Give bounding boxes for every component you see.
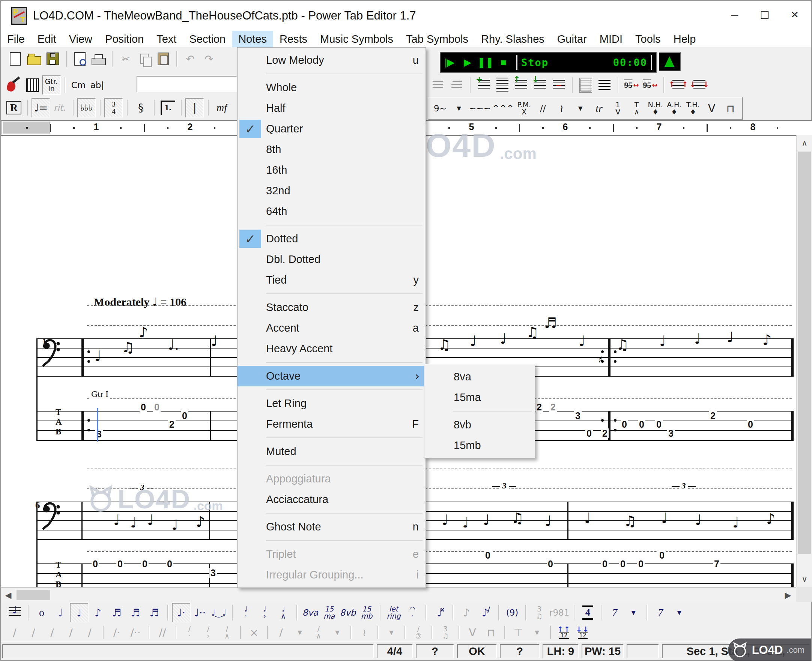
volume-swell-button[interactable]: ⊤ [509,623,527,642]
staff-view-button[interactable] [595,75,614,95]
appoggiatura-button[interactable]: ♪ [457,603,476,623]
sixtyfourth-note-button[interactable]: ♬ [145,603,164,623]
menu-item-8th[interactable]: 8th [238,139,425,160]
dynamic-button[interactable]: mf [213,98,231,117]
quarter-note-button[interactable]: ♩ [70,603,89,623]
shrink-position-width-button[interactable]: 95↔ [622,75,641,95]
slash-accent-button[interactable]: ∕› [199,623,217,642]
accent-button[interactable]: ♩› [255,603,274,623]
time-signature-button[interactable]: 34 [104,98,123,117]
tie-note-button[interactable]: ♩‿♩ [209,603,228,623]
musical-direction-button[interactable]: § [131,98,150,117]
menu-item-octave[interactable]: Octave› [238,366,425,386]
move-staff-up-button[interactable]: ↑ [512,75,531,95]
slash-heavy-accent-button[interactable]: ∕∧ [217,623,237,642]
triplet-feel-eighth-button[interactable]: 3♫ [436,623,455,642]
undo-button[interactable]: ↶ [181,49,200,69]
slash-staccato-button[interactable]: ∕· [180,623,199,642]
menu-item-irregular-grouping[interactable]: Irregular Grouping...i [238,565,425,585]
shift-tablature-up-button[interactable]: ↑↑12 [555,623,573,642]
thirtysecond-note-button[interactable]: ♬ [126,603,145,623]
menu-item-64th[interactable]: 64th [238,201,425,222]
vertical-scroll-thumb[interactable] [798,152,811,554]
shift-tablature-down-button[interactable]: ↓↓12 [573,623,592,642]
tuning-dictionary-button[interactable] [23,75,42,95]
slash-eighth-button[interactable]: ∕ [62,623,80,642]
menu-item-8va[interactable]: 8va [424,367,535,387]
new-file-button[interactable] [6,49,25,69]
metronome-button[interactable] [658,52,681,71]
text-item-button[interactable]: ab| [88,75,107,95]
slash-muted-button[interactable]: × [245,623,264,642]
save-file-button[interactable] [43,49,62,69]
slash-bend-dropdown-button[interactable]: ▼ [382,623,401,642]
menubar-item-tab-symbols[interactable]: Tab Symbols [400,31,475,47]
key-signature-button[interactable]: ♭♭♭ [77,98,96,117]
slash-arpeggio-button[interactable]: ∕∧ [309,623,328,642]
string-shift-up-button[interactable]: ↑↑ [668,75,689,95]
multibar-rest-button[interactable]: 4 [578,603,597,623]
octave-8va-button[interactable]: 8va [301,603,320,623]
menu-item-8vb[interactable]: 8vb [424,415,535,435]
scroll-down-icon[interactable]: ∨ [797,571,812,587]
rehearsal-sign-button[interactable]: R [5,98,23,117]
toolbar-combobox[interactable] [137,76,237,92]
slash-arpeggio-dropdown-button[interactable]: ▼ [328,623,347,642]
menu-item-fermenta[interactable]: FermentaF [238,414,425,434]
menu-item-appoggiatura[interactable]: Appoggiatura [238,469,425,489]
open-file-button[interactable] [25,49,43,69]
remove-staff-button[interactable]: − [549,75,568,95]
slash-double-dotted-button[interactable]: ∕·· [126,623,145,642]
stop-button[interactable]: ■ [495,54,513,70]
cut-button[interactable]: ✂ [116,49,135,69]
menubar-item-file[interactable]: File [1,31,31,47]
menu-item-15ma[interactable]: 15ma [424,387,535,408]
barline-tool-button[interactable]: | [185,98,204,117]
artificial-harmonic-button[interactable]: A.H.♦ [665,99,684,118]
wide-vibrato-button[interactable]: ^^^ [492,99,515,118]
menu-item-quarter[interactable]: ✓Quarter [238,118,425,139]
print-preview-button[interactable] [70,49,89,69]
vibrato-button[interactable]: ~~~ [468,99,492,118]
double-dotted-note-button[interactable]: ♩·· [190,603,209,623]
slide-button[interactable]: 9∼ [431,99,449,118]
menubar-item-text[interactable]: Text [150,31,183,47]
close-button[interactable]: × [780,4,809,25]
slash-dotted-button[interactable]: ∕· [107,623,126,642]
rest-duration-dropdown-button[interactable]: ▼ [624,603,643,623]
slash-half-button[interactable]: ∕ [24,623,43,642]
scroll-left-icon[interactable]: ◀ [1,588,16,602]
justify-left-button[interactable] [428,75,447,95]
octave-15mb-button[interactable]: 15mb [357,603,376,623]
menu-item-heavy-accent[interactable]: Heavy Accent [238,338,425,359]
tempo-marker-button[interactable]: ♩= [32,98,50,117]
slash-slide-button[interactable]: ∕ [272,623,291,642]
multibar-rest-dropdown-button[interactable]: ▼ [670,603,689,623]
pause-button[interactable]: ❚❚ [476,54,495,70]
scroll-right-icon[interactable]: ▶ [780,588,796,602]
menu-item-tied[interactable]: Tiedy [238,270,425,291]
staccato-button[interactable]: ♩· [237,603,255,623]
add-staff-button[interactable]: + [474,75,493,95]
dotted-note-button[interactable]: ♩· [172,603,190,623]
rake-button[interactable]: ∕∕ [534,99,552,118]
minimize-button[interactable]: – [721,4,749,25]
menu-item-accent[interactable]: Accenta [238,318,425,338]
menubar-item-help[interactable]: Help [667,31,702,47]
multibar-rest-value-button[interactable]: 7 [651,603,670,623]
slash-whole-button[interactable]: ∕ [5,623,24,642]
half-note-button[interactable]: ♩ [51,603,70,623]
sixteenth-note-button[interactable]: ♬ [107,603,126,623]
trill-button[interactable]: tr [590,99,609,118]
string-shift-down-button[interactable]: ↓↓ [689,75,710,95]
menu-item-muted[interactable]: Muted [238,441,425,462]
menubar-item-music-symbols[interactable]: Music Symbols [314,31,400,47]
eighth-note-button[interactable]: ♪ [89,603,107,623]
heavy-accent-button[interactable]: ♩∧ [274,603,293,623]
octave-15ma-button[interactable]: 15ma [320,603,339,623]
triplet-button[interactable]: 3♫ [530,603,548,623]
alternate-ending-button[interactable]: 1. [158,98,177,117]
muted-note-button[interactable]: ♩× [430,603,449,623]
triplet-feel-button[interactable]: ∕③ [409,623,428,642]
menu-item-whole[interactable]: Whole [238,77,425,98]
